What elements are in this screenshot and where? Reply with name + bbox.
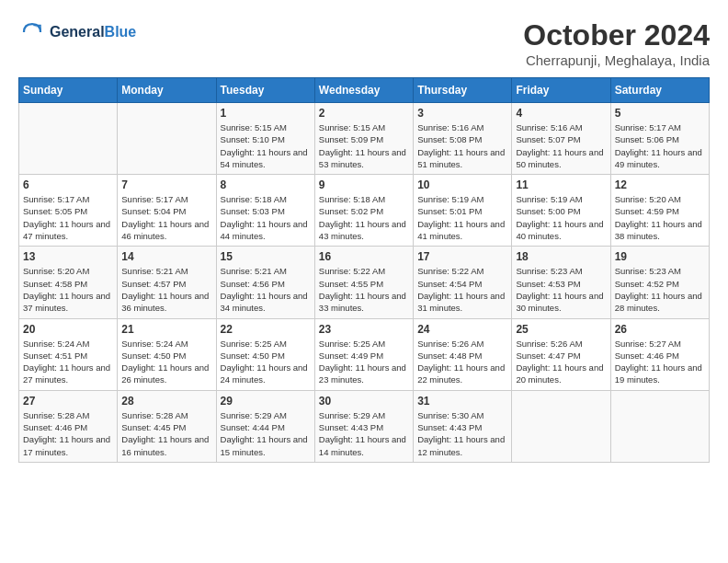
- day-info: Sunrise: 5:29 AM Sunset: 4:44 PM Dayligh…: [221, 409, 311, 458]
- calendar-cell: 14 Sunrise: 5:21 AM Sunset: 4:57 PM Dayl…: [118, 247, 216, 318]
- calendar-cell: 28 Sunrise: 5:28 AM Sunset: 4:45 PM Dayl…: [118, 390, 216, 462]
- weekday-header-tuesday: Tuesday: [216, 78, 314, 103]
- calendar-cell: 6 Sunrise: 5:17 AM Sunset: 5:05 PM Dayli…: [19, 175, 118, 247]
- day-info: Sunrise: 5:26 AM Sunset: 4:48 PM Dayligh…: [417, 338, 507, 386]
- day-number: 15: [221, 250, 311, 263]
- day-number: 20: [23, 323, 113, 336]
- day-number: 29: [221, 395, 311, 408]
- day-number: 5: [615, 107, 705, 120]
- day-number: 2: [319, 107, 409, 120]
- calendar-body: 1 Sunrise: 5:15 AM Sunset: 5:10 PM Dayli…: [19, 103, 710, 463]
- day-number: 12: [615, 178, 705, 191]
- calendar-cell: 5 Sunrise: 5:17 AM Sunset: 5:06 PM Dayli…: [610, 103, 709, 175]
- calendar-cell: 23 Sunrise: 5:25 AM Sunset: 4:49 PM Dayl…: [314, 318, 413, 390]
- day-number: 10: [417, 178, 507, 191]
- day-info: Sunrise: 5:22 AM Sunset: 4:55 PM Dayligh…: [319, 265, 409, 314]
- day-info: Sunrise: 5:23 AM Sunset: 4:52 PM Dayligh…: [615, 265, 705, 314]
- calendar-cell: [19, 103, 118, 175]
- page-header: GeneralBlue October 2024 Cherrapunji, Me…: [18, 18, 710, 68]
- calendar-cell: 31 Sunrise: 5:30 AM Sunset: 4:43 PM Dayl…: [414, 390, 512, 462]
- day-number: 18: [516, 250, 606, 263]
- calendar-cell: 3 Sunrise: 5:16 AM Sunset: 5:08 PM Dayli…: [414, 103, 512, 175]
- day-number: 22: [221, 323, 311, 336]
- day-number: 9: [319, 178, 409, 191]
- calendar-cell: 7 Sunrise: 5:17 AM Sunset: 5:04 PM Dayli…: [118, 175, 216, 247]
- day-info: Sunrise: 5:27 AM Sunset: 4:46 PM Dayligh…: [615, 338, 705, 386]
- day-info: Sunrise: 5:30 AM Sunset: 4:43 PM Dayligh…: [417, 409, 507, 458]
- calendar-cell: 29 Sunrise: 5:29 AM Sunset: 4:44 PM Dayl…: [216, 390, 314, 462]
- day-number: 28: [121, 395, 211, 408]
- weekday-header-sunday: Sunday: [19, 78, 118, 103]
- calendar-cell: 11 Sunrise: 5:19 AM Sunset: 5:00 PM Dayl…: [512, 175, 610, 247]
- calendar-cell: 25 Sunrise: 5:26 AM Sunset: 4:47 PM Dayl…: [512, 318, 610, 390]
- day-number: 25: [516, 323, 606, 336]
- day-number: 4: [516, 107, 606, 120]
- calendar-cell: [118, 103, 216, 175]
- week-row-1: 1 Sunrise: 5:15 AM Sunset: 5:10 PM Dayli…: [19, 103, 710, 175]
- day-info: Sunrise: 5:17 AM Sunset: 5:04 PM Dayligh…: [121, 193, 211, 242]
- day-number: 6: [23, 178, 113, 191]
- week-row-3: 13 Sunrise: 5:20 AM Sunset: 4:58 PM Dayl…: [19, 247, 710, 318]
- day-info: Sunrise: 5:16 AM Sunset: 5:08 PM Dayligh…: [417, 121, 507, 170]
- day-number: 24: [417, 323, 507, 336]
- day-info: Sunrise: 5:19 AM Sunset: 5:01 PM Dayligh…: [417, 193, 507, 242]
- month-title: October 2024: [523, 18, 710, 52]
- logo-icon: [18, 18, 46, 46]
- day-info: Sunrise: 5:17 AM Sunset: 5:05 PM Dayligh…: [23, 193, 113, 242]
- day-info: Sunrise: 5:18 AM Sunset: 5:03 PM Dayligh…: [221, 193, 311, 242]
- calendar-cell: 17 Sunrise: 5:22 AM Sunset: 4:54 PM Dayl…: [414, 247, 512, 318]
- day-number: 27: [23, 395, 113, 408]
- calendar-cell: 26 Sunrise: 5:27 AM Sunset: 4:46 PM Dayl…: [610, 318, 709, 390]
- day-number: 16: [319, 250, 409, 263]
- calendar-cell: 10 Sunrise: 5:19 AM Sunset: 5:01 PM Dayl…: [414, 175, 512, 247]
- day-number: 1: [221, 107, 311, 120]
- calendar-cell: 8 Sunrise: 5:18 AM Sunset: 5:03 PM Dayli…: [216, 175, 314, 247]
- day-number: 19: [615, 250, 705, 263]
- weekday-header-thursday: Thursday: [414, 78, 512, 103]
- calendar-cell: 21 Sunrise: 5:24 AM Sunset: 4:50 PM Dayl…: [118, 318, 216, 390]
- day-info: Sunrise: 5:19 AM Sunset: 5:00 PM Dayligh…: [516, 193, 606, 242]
- day-info: Sunrise: 5:24 AM Sunset: 4:51 PM Dayligh…: [23, 338, 113, 386]
- day-info: Sunrise: 5:16 AM Sunset: 5:07 PM Dayligh…: [516, 121, 606, 170]
- day-info: Sunrise: 5:25 AM Sunset: 4:49 PM Dayligh…: [319, 338, 409, 386]
- weekday-header-friday: Friday: [512, 78, 610, 103]
- day-info: Sunrise: 5:20 AM Sunset: 4:58 PM Dayligh…: [23, 265, 113, 314]
- day-info: Sunrise: 5:25 AM Sunset: 4:50 PM Dayligh…: [221, 338, 311, 386]
- day-info: Sunrise: 5:28 AM Sunset: 4:46 PM Dayligh…: [23, 409, 113, 458]
- calendar-cell: 30 Sunrise: 5:29 AM Sunset: 4:43 PM Dayl…: [314, 390, 413, 462]
- week-row-4: 20 Sunrise: 5:24 AM Sunset: 4:51 PM Dayl…: [19, 318, 710, 390]
- title-section: October 2024 Cherrapunji, Meghalaya, Ind…: [523, 18, 710, 68]
- day-info: Sunrise: 5:20 AM Sunset: 4:59 PM Dayligh…: [615, 193, 705, 242]
- week-row-2: 6 Sunrise: 5:17 AM Sunset: 5:05 PM Dayli…: [19, 175, 710, 247]
- calendar-cell: 1 Sunrise: 5:15 AM Sunset: 5:10 PM Dayli…: [216, 103, 314, 175]
- day-info: Sunrise: 5:29 AM Sunset: 4:43 PM Dayligh…: [319, 409, 409, 458]
- calendar-cell: 15 Sunrise: 5:21 AM Sunset: 4:56 PM Dayl…: [216, 247, 314, 318]
- day-info: Sunrise: 5:18 AM Sunset: 5:02 PM Dayligh…: [319, 193, 409, 242]
- day-number: 14: [121, 250, 211, 263]
- calendar: SundayMondayTuesdayWednesdayThursdayFrid…: [18, 77, 710, 463]
- calendar-cell: 22 Sunrise: 5:25 AM Sunset: 4:50 PM Dayl…: [216, 318, 314, 390]
- calendar-cell: 20 Sunrise: 5:24 AM Sunset: 4:51 PM Dayl…: [19, 318, 118, 390]
- day-info: Sunrise: 5:17 AM Sunset: 5:06 PM Dayligh…: [615, 121, 705, 170]
- weekday-header-row: SundayMondayTuesdayWednesdayThursdayFrid…: [19, 78, 710, 103]
- day-info: Sunrise: 5:28 AM Sunset: 4:45 PM Dayligh…: [121, 409, 211, 458]
- day-number: 17: [417, 250, 507, 263]
- weekday-header-wednesday: Wednesday: [314, 78, 413, 103]
- svg-rect-0: [18, 18, 46, 46]
- logo: GeneralBlue: [18, 18, 136, 46]
- week-row-5: 27 Sunrise: 5:28 AM Sunset: 4:46 PM Dayl…: [19, 390, 710, 462]
- day-info: Sunrise: 5:15 AM Sunset: 5:10 PM Dayligh…: [221, 121, 311, 170]
- day-number: 23: [319, 323, 409, 336]
- day-info: Sunrise: 5:23 AM Sunset: 4:53 PM Dayligh…: [516, 265, 606, 314]
- weekday-header-monday: Monday: [118, 78, 216, 103]
- day-info: Sunrise: 5:24 AM Sunset: 4:50 PM Dayligh…: [121, 338, 211, 386]
- day-info: Sunrise: 5:22 AM Sunset: 4:54 PM Dayligh…: [417, 265, 507, 314]
- day-number: 26: [615, 323, 705, 336]
- calendar-cell: [610, 390, 709, 462]
- calendar-cell: 12 Sunrise: 5:20 AM Sunset: 4:59 PM Dayl…: [610, 175, 709, 247]
- calendar-cell: 24 Sunrise: 5:26 AM Sunset: 4:48 PM Dayl…: [414, 318, 512, 390]
- calendar-cell: 19 Sunrise: 5:23 AM Sunset: 4:52 PM Dayl…: [610, 247, 709, 318]
- calendar-cell: 18 Sunrise: 5:23 AM Sunset: 4:53 PM Dayl…: [512, 247, 610, 318]
- day-info: Sunrise: 5:15 AM Sunset: 5:09 PM Dayligh…: [319, 121, 409, 170]
- day-number: 7: [121, 178, 211, 191]
